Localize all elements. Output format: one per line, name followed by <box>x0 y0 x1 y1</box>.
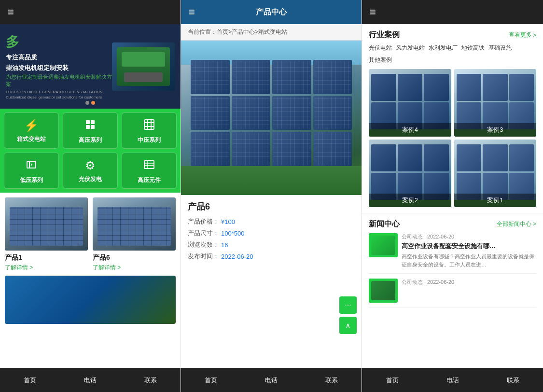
banner-title-line1: 专注高品质 <box>6 53 112 62</box>
product-card-img-1 <box>93 197 176 251</box>
news-item-0[interactable]: 公司动态 | 2022-06-20 高空作业设备配套安全设施有哪… 高空作业设备… <box>369 233 536 274</box>
cat-tag-2[interactable]: 水利发电厂 <box>429 44 458 52</box>
svg-rect-1 <box>91 120 95 124</box>
sp-3 <box>313 60 352 94</box>
grid-label-4: 光伏发电 <box>79 175 102 183</box>
solar-panels-grid <box>191 60 352 166</box>
solar-visual-left-1 <box>93 197 176 251</box>
product-cards-row: 产品1 了解详情 > 产品6 了解详情 > <box>5 197 176 272</box>
price-row: 产品价格： ¥100 <box>188 217 355 226</box>
price-label: 产品价格： <box>188 217 219 226</box>
grass-area <box>181 166 362 195</box>
case-card-3[interactable]: 案例1 <box>454 140 537 207</box>
dot-1[interactable] <box>85 101 89 105</box>
grid-btn-1[interactable]: 高压系列 <box>63 112 118 149</box>
right-nav-home[interactable]: 首页 <box>362 376 422 385</box>
grid-icon-5 <box>143 159 155 173</box>
news-item-1[interactable]: 公司动态 | 2022-06-20 <box>369 279 536 308</box>
price-value: ¥100 <box>221 218 235 225</box>
banner-text: 多 专注高品质 柴油发电机组定制安装 为您行业定制最合适柴油发电机组安装解决方案… <box>6 33 112 100</box>
product-card-link-0[interactable]: 了解详情 > <box>5 264 88 272</box>
middle-nav-home[interactable]: 首页 <box>181 376 241 385</box>
left-nav-contact[interactable]: 联系 <box>120 376 181 385</box>
grid-icon-4: ⚙ <box>85 159 96 172</box>
size-value: 100*500 <box>221 230 244 237</box>
news-more[interactable]: 全部新闻中心 > <box>497 220 536 228</box>
grid-icon-1 <box>84 119 96 133</box>
main-product-image <box>181 41 362 195</box>
views-value: 16 <box>221 241 228 249</box>
right-nav-panel: 首页 电话 联系 <box>362 368 543 392</box>
cases-grid: 案例4 <box>369 69 536 207</box>
case-card-0[interactable]: 案例4 <box>369 69 451 137</box>
grid-btn-2[interactable]: 中压系列 <box>122 112 177 149</box>
news-meta-1: 公司动态 | 2022-06-20 <box>402 279 454 286</box>
left-topbar: ≡ <box>0 0 181 24</box>
cat-tag-3[interactable]: 地铁高铁 <box>461 44 485 52</box>
banner-title-line2: 柴油发电机组定制安装 <box>6 64 112 72</box>
left-nav-phone[interactable]: 电话 <box>60 376 121 385</box>
case-card-1[interactable]: 案例3 <box>454 69 537 137</box>
right-menu-icon[interactable]: ≡ <box>370 6 376 18</box>
product-card-img-0 <box>5 197 88 251</box>
banner-eng: FOCUS ON DIESEL GENERATOR SET INSTALLATI… <box>6 90 112 100</box>
breadcrumb: 当前位置：首页>产品中心>箱式变电站 <box>181 24 362 41</box>
left-menu-icon[interactable]: ≡ <box>8 6 14 18</box>
grid-icon-0: ⚡ <box>24 119 39 132</box>
middle-menu-icon[interactable]: ≡ <box>189 6 195 18</box>
banner-image <box>112 42 175 91</box>
float-btn-up[interactable]: ∧ <box>339 317 357 334</box>
dot-2[interactable] <box>91 101 95 105</box>
bottom-card <box>5 276 176 324</box>
grid-btn-3[interactable]: 低压系列 <box>4 153 59 189</box>
news-headline-0: 高空作业设备配套安全设施有哪… <box>402 242 536 251</box>
product-card-name-0: 产品1 <box>5 253 88 262</box>
sp-8 <box>191 132 230 166</box>
svg-rect-3 <box>91 125 95 129</box>
news-content-1: 公司动态 | 2022-06-20 <box>402 279 454 287</box>
case-label-0: 案例4 <box>369 123 451 137</box>
cat-tag-0[interactable]: 光伏电站 <box>369 44 392 52</box>
news-header: 新闻中心 全部新闻中心 > <box>369 219 536 229</box>
news-title: 新闻中心 <box>369 219 400 229</box>
product-card-0: 产品1 了解详情 > <box>5 197 88 272</box>
left-nav-panel: 首页 电话 联系 <box>0 368 181 392</box>
cat-tag-1[interactable]: 风力发电站 <box>396 44 425 52</box>
svg-rect-4 <box>144 120 154 129</box>
industry-more-arrow: > <box>533 32 536 39</box>
news-icon-0 <box>369 233 398 257</box>
news-meta-0: 公司动态 | 2022-06-20 <box>402 233 536 240</box>
banner-dots <box>85 101 95 105</box>
size-label: 产品尺寸： <box>188 229 219 238</box>
right-nav-contact[interactable]: 联系 <box>483 376 543 385</box>
industry-more[interactable]: 查看更多 > <box>509 31 536 39</box>
breadcrumb-text: 当前位置：首页>产品中心>箱式变电站 <box>188 28 287 35</box>
product-card-1: 产品6 了解详情 > <box>93 197 176 272</box>
industry-header: 行业案例 查看更多 > <box>369 30 536 40</box>
grid-btn-4[interactable]: ⚙ 光伏发电 <box>63 153 118 189</box>
grid-label-0: 箱式变电站 <box>17 135 46 143</box>
grid-btn-0[interactable]: ⚡ 箱式变电站 <box>4 112 59 149</box>
svg-rect-0 <box>86 120 90 124</box>
left-nav-home[interactable]: 首页 <box>0 376 60 385</box>
brand-icon: 多 <box>6 33 112 51</box>
case-card-2[interactable]: 案例2 <box>369 140 451 207</box>
cat-tag-5[interactable]: 其他案例 <box>369 56 392 64</box>
product-card-link-1[interactable]: 了解详情 > <box>93 264 176 272</box>
middle-content: 当前位置：首页>产品中心>箱式变电站 <box>181 24 362 368</box>
industry-title: 行业案例 <box>369 30 400 40</box>
grid-icon-2 <box>143 119 155 133</box>
middle-nav-phone[interactable]: 电话 <box>241 376 302 385</box>
right-topbar: ≡ <box>362 0 543 24</box>
grid-label-2: 中压系列 <box>138 136 161 144</box>
right-nav-phone[interactable]: 电话 <box>422 376 483 385</box>
product-grid: ⚡ 箱式变电站 高压系列 中压系列 低压系列 <box>0 109 181 193</box>
middle-nav-contact[interactable]: 联系 <box>301 376 362 385</box>
news-excerpt-0: 高空作业设备有哪些？高空作业人员最重要的设备就是保证自身安全的设备。工作人员在进… <box>402 252 536 268</box>
panel-middle: ≡ 产品中心 当前位置：首页>产品中心>箱式变电站 <box>181 0 362 392</box>
cat-tag-4[interactable]: 基础设施 <box>488 44 512 52</box>
grid-btn-5[interactable]: 高压元件 <box>122 153 177 189</box>
float-btn-dots[interactable]: ··· <box>339 296 357 314</box>
views-label: 浏览次数： <box>188 240 219 249</box>
left-product-list: 产品1 了解详情 > 产品6 了解详情 > <box>0 193 181 368</box>
